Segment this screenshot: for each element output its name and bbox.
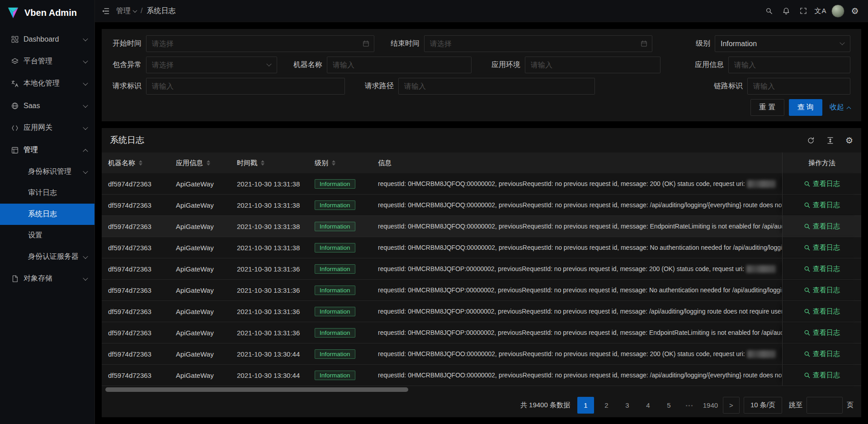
query-button[interactable]: 查 询	[789, 99, 822, 116]
table-row[interactable]: df5974d72363 ApiGateWay 2021-10-30 13:31…	[102, 195, 861, 216]
chevron-down-icon	[83, 58, 88, 63]
search-button[interactable]	[760, 0, 778, 22]
sidebar-item-management[interactable]: 管理	[0, 139, 94, 161]
view-log-link[interactable]: 查看日志	[804, 350, 840, 358]
sidebar-item-gateway[interactable]: 应用网关	[0, 117, 94, 139]
breadcrumb-parent[interactable]: 管理	[116, 6, 137, 16]
user-menu-button[interactable]	[829, 0, 846, 22]
table-row[interactable]: df5974d72363 ApiGateWay 2021-10-30 13:31…	[102, 322, 861, 343]
end-time-picker[interactable]	[424, 35, 652, 52]
view-log-link[interactable]: 查看日志	[804, 371, 840, 380]
page-button-2[interactable]: 2	[598, 397, 615, 414]
notifications-button[interactable]	[778, 0, 795, 22]
column-header-app[interactable]: 应用信息	[170, 152, 231, 173]
reset-button[interactable]: 重 置	[750, 99, 784, 116]
table-row[interactable]: df5974d72363 ApiGateWay 2021-10-30 13:31…	[102, 280, 861, 301]
app-env-box[interactable]	[525, 57, 660, 73]
view-log-link[interactable]: 查看日志	[804, 243, 840, 252]
pagination-ellipsis[interactable]: •••	[681, 397, 698, 414]
page-button-5[interactable]: 5	[660, 397, 677, 414]
table-settings-icon[interactable]: ⚙	[845, 136, 853, 145]
sidebar-item-identity-management[interactable]: 身份标识管理	[0, 161, 94, 182]
machine-name-input[interactable]	[327, 57, 471, 73]
request-path-box[interactable]	[398, 78, 595, 95]
level-select[interactable]	[715, 35, 850, 52]
sort-icons[interactable]	[332, 160, 335, 166]
sort-icons[interactable]	[261, 160, 264, 166]
sidebar-menu: Dashboard 平台管理 本地化管理 Saas 应用网关	[0, 25, 94, 424]
sidebar-item-settings[interactable]: 设置	[0, 225, 94, 246]
settings-button[interactable]: ⚙	[846, 0, 863, 22]
trace-id-box[interactable]	[747, 78, 850, 95]
end-time-input[interactable]	[425, 36, 652, 52]
request-id-input[interactable]	[146, 78, 344, 94]
view-log-link[interactable]: 查看日志	[804, 222, 840, 231]
sidebar-item-audit-logs[interactable]: 审计日志	[0, 182, 94, 204]
page-size-select[interactable]: 10 条/页	[744, 397, 782, 414]
request-id-box[interactable]	[146, 78, 345, 95]
sidebar-item-system-logs[interactable]: 系统日志	[0, 204, 94, 225]
app-info-box[interactable]	[728, 57, 850, 73]
sidebar-item-platform[interactable]: 平台管理	[0, 50, 94, 72]
start-time-label: 开始时间	[113, 39, 142, 48]
column-header-machine[interactable]: 机器名称	[102, 152, 170, 173]
page-button-1[interactable]: 1	[577, 397, 594, 414]
exception-select-value[interactable]	[146, 57, 277, 73]
scrollbar-thumb[interactable]	[105, 387, 408, 392]
sidebar-item-saas[interactable]: Saas	[0, 95, 94, 117]
cell-timestamp: 2021-10-30 13:31:36	[231, 258, 308, 279]
sidebar: Vben Admin Dashboard 平台管理 本地化管理 Saas	[0, 0, 95, 424]
cell-actions: 查看日志	[782, 365, 861, 386]
sort-icons[interactable]	[207, 160, 210, 166]
sort-icons[interactable]	[139, 160, 142, 166]
language-button[interactable]: 文A	[812, 0, 829, 22]
table-row[interactable]: df5974d72363 ApiGateWay 2021-10-30 13:31…	[102, 301, 861, 322]
jump-page-input[interactable]	[807, 397, 843, 414]
machine-name-box[interactable]	[327, 57, 472, 73]
exception-select[interactable]	[146, 57, 277, 73]
logo[interactable]: Vben Admin	[0, 0, 94, 25]
start-time-input[interactable]	[146, 36, 374, 52]
page-button-3[interactable]: 3	[619, 397, 636, 414]
table-row[interactable]: df5974d72363 ApiGateWay 2021-10-30 13:30…	[102, 343, 861, 365]
horizontal-scrollbar[interactable]	[103, 387, 860, 392]
sidebar-item-identity-server[interactable]: 身份认证服务器	[0, 246, 94, 267]
request-path-input[interactable]	[399, 78, 594, 94]
table-row[interactable]: df5974d72363 ApiGateWay 2021-10-30 13:30…	[102, 365, 861, 386]
column-height-icon[interactable]	[826, 136, 835, 145]
page-button-4[interactable]: 4	[640, 397, 656, 414]
cell-actions: 查看日志	[782, 237, 861, 258]
refresh-icon[interactable]	[807, 136, 815, 145]
view-log-link[interactable]: 查看日志	[804, 201, 840, 210]
app-env-input[interactable]	[525, 57, 660, 73]
app-info-input[interactable]	[729, 57, 850, 73]
view-log-link[interactable]: 查看日志	[804, 180, 840, 188]
page-button-last[interactable]: 1940	[702, 397, 719, 414]
fullscreen-button[interactable]	[795, 0, 812, 22]
cell-message: requestId: 0HMCRBM8JQFOQ:00000002, previ…	[372, 237, 782, 258]
magnifier-icon	[804, 287, 811, 294]
table-row[interactable]: df5974d72363 ApiGateWay 2021-10-30 13:31…	[102, 258, 861, 280]
level-select-value[interactable]	[715, 36, 850, 52]
sidebar-item-localization[interactable]: 本地化管理	[0, 72, 94, 95]
vben-logo-icon	[6, 6, 20, 19]
view-log-link[interactable]: 查看日志	[804, 329, 840, 337]
column-header-timestamp[interactable]: 时间戳	[231, 152, 308, 173]
view-log-link[interactable]: 查看日志	[804, 307, 840, 316]
cell-machine-name: df5974d72363	[102, 322, 170, 343]
sidebar-item-dashboard[interactable]: Dashboard	[0, 28, 94, 50]
column-header-level[interactable]: 级别	[308, 152, 372, 173]
table-row[interactable]: df5974d72363 ApiGateWay 2021-10-30 13:31…	[102, 216, 861, 237]
view-log-link[interactable]: 查看日志	[804, 286, 840, 295]
sidebar-item-object-storage[interactable]: 对象存储	[0, 267, 94, 290]
trace-id-input[interactable]	[748, 78, 850, 94]
pagination-total: 共 19400 条数据	[520, 401, 570, 410]
table-row[interactable]: df5974d72363 ApiGateWay 2021-10-30 13:31…	[102, 173, 861, 195]
collapse-form-link[interactable]: 收起	[830, 103, 850, 112]
field-end-time: 结束时间	[391, 35, 652, 52]
start-time-picker[interactable]	[146, 35, 374, 52]
view-log-link[interactable]: 查看日志	[804, 265, 840, 273]
table-row[interactable]: df5974d72363 ApiGateWay 2021-10-30 13:31…	[102, 237, 861, 258]
next-page-button[interactable]: >	[723, 397, 740, 414]
menu-fold-icon[interactable]	[101, 7, 110, 15]
